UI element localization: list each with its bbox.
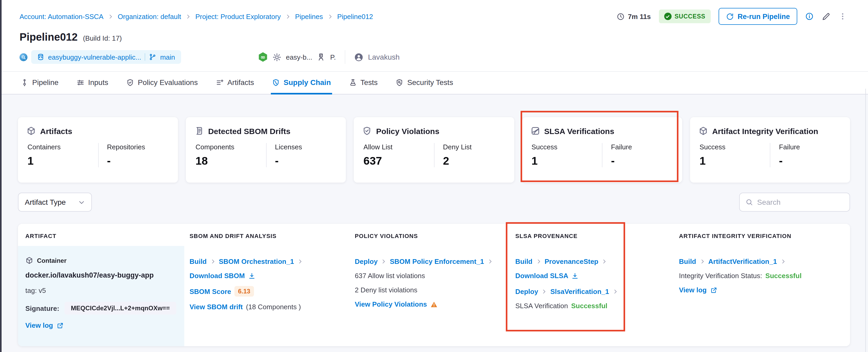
card-title: Detected SBOM Drifts [208, 126, 290, 135]
tab-policy-evaluations[interactable]: Policy Evaluations [125, 72, 199, 94]
sbom-document-icon [194, 126, 204, 136]
sbom-score-link[interactable]: SBOM Score [190, 287, 231, 295]
download-sbom-link[interactable]: Download SBOM [190, 272, 245, 280]
info-icon [805, 12, 814, 21]
card-title: Artifacts [40, 126, 72, 135]
repo-branch-pill[interactable]: easybuggy-vulnerable-applic... main [31, 50, 181, 64]
shield-search-icon [396, 78, 404, 86]
info-button[interactable] [805, 12, 814, 21]
filter-row: Artifact Type [18, 193, 850, 212]
delegate-icon [317, 53, 326, 61]
rerun-pipeline-button[interactable]: Re-run Pipeline [719, 8, 797, 25]
branch-name[interactable]: main [160, 53, 175, 61]
tab-security-tests[interactable]: Security Tests [395, 72, 454, 94]
column-header-sbom: SBOM AND DRIFT ANALYSIS [184, 224, 349, 246]
external-link-icon [56, 322, 64, 329]
stat-label: Repositories [107, 143, 169, 151]
breadcrumb-pipelines[interactable]: Pipelines [295, 12, 323, 20]
list-plus-icon [216, 78, 224, 86]
breadcrumb-organization[interactable]: Organization: default [118, 12, 181, 20]
tab-pipeline[interactable]: Pipeline [20, 72, 60, 94]
chevron-right-icon [327, 13, 333, 19]
signature-label: Signature: [25, 304, 59, 312]
column-header-artifact: ARTIFACT [18, 224, 184, 246]
deny-list-violations: 2 Deny list violations [355, 286, 505, 294]
step-link-sbom-orchestration[interactable]: SBOM Orchestration_1 [219, 258, 294, 265]
stage-link-build[interactable]: Build [515, 258, 532, 265]
step-link-provenance-step[interactable]: ProvenanceStep [545, 258, 598, 265]
build-id: (Build Id: 17) [83, 34, 122, 42]
stat-value: 637 [364, 155, 434, 167]
allow-list-violations: 637 Allow list violations [355, 272, 505, 280]
pencil-icon [822, 12, 831, 21]
step-link-sbom-policy-enforcement[interactable]: SBOM Policy Enforcement_1 [390, 258, 484, 265]
artifact-type-select[interactable]: Artifact Type [18, 193, 92, 212]
more-options-button[interactable] [838, 12, 847, 21]
artifacts-cube-icon [26, 126, 36, 136]
stat-label: Licenses [275, 143, 338, 151]
stat-value: 2 [443, 155, 505, 167]
slsa-icon [530, 126, 540, 136]
ci-module-icon: ∞ [258, 52, 268, 62]
tab-supply-chain[interactable]: Supply Chain [271, 72, 332, 94]
card-title: SLSA Verifications [544, 126, 614, 135]
artifact-type-chip: Container [25, 256, 176, 264]
execution-duration: 7m 11s [617, 12, 651, 20]
chevron-right-icon [210, 259, 216, 264]
chevron-right-icon [108, 13, 114, 19]
git-branch-icon [149, 53, 157, 61]
view-log-link[interactable]: View log [679, 286, 707, 294]
view-sbom-drift-link[interactable]: View SBOM drift [190, 303, 243, 311]
search-input[interactable] [757, 198, 844, 206]
tab-tests[interactable]: Tests [348, 72, 378, 94]
artifact-image-name: docker.io/lavakush07/easy-buggy-app [25, 271, 176, 279]
stat-value: - [611, 155, 674, 167]
card-sbom-drifts: Detected SBOM Drifts Components18 Licens… [186, 117, 346, 183]
column-header-integrity: ARTIFACT INTEGRITY VERIFICATION [674, 224, 850, 246]
breadcrumb-account[interactable]: Account: Automation-SSCA [20, 12, 103, 20]
card-title: Policy Violations [376, 126, 439, 135]
step-link-slsa-verification[interactable]: SlsaVerification_1 [551, 288, 609, 295]
refresh-icon [726, 12, 734, 20]
meta-divider [345, 50, 345, 64]
warning-icon [430, 300, 438, 308]
supply-chain-shield-icon [272, 78, 280, 86]
gear-icon [272, 53, 281, 62]
chevron-right-icon [612, 289, 618, 294]
stat-label: Failure [779, 143, 842, 151]
repository-icon [37, 53, 44, 61]
stage-link-deploy[interactable]: Deploy [515, 288, 538, 295]
slsa-status-label: SLSA Verification [515, 302, 568, 310]
stat-value: - [779, 155, 842, 167]
card-title: Artifact Integrity Verification [712, 126, 818, 135]
card-slsa-verifications: SLSA Verifications Success1 Failure- [522, 117, 682, 183]
tab-artifacts[interactable]: Artifacts [215, 72, 255, 94]
chevron-right-icon [699, 259, 705, 264]
breadcrumb-pipeline012[interactable]: Pipeline012 [337, 12, 373, 20]
download-slsa-link[interactable]: Download SLSA [515, 272, 568, 280]
stat-label: Success [700, 143, 770, 151]
view-policy-violations-link[interactable]: View Policy Violations [355, 300, 427, 308]
stat-value: - [107, 155, 169, 167]
stage-link-deploy[interactable]: Deploy [355, 258, 378, 265]
cell-artifact-integrity: Build ArtifactVerification_1 Integrity V… [674, 246, 850, 346]
stage-link-build[interactable]: Build [679, 258, 696, 265]
edit-pipeline-button[interactable] [822, 12, 831, 21]
tab-inputs[interactable]: Inputs [75, 72, 109, 94]
execution-context: easy-b... [286, 53, 312, 61]
stat-value: 1 [27, 155, 98, 167]
stat-label: Containers [27, 143, 98, 151]
stat-value: 1 [700, 155, 770, 167]
chevron-right-icon [297, 259, 303, 264]
view-log-link[interactable]: View log [25, 321, 53, 329]
sbom-score-badge: 6.13 [235, 286, 254, 296]
column-header-slsa: SLSA PROVENANCE [510, 224, 674, 246]
external-link-icon [710, 286, 717, 294]
table-row: Container docker.io/lavakush07/easy-bugg… [18, 246, 850, 346]
summary-cards: Artifacts Containers1 Repositories- Dete… [18, 117, 850, 183]
stat-label: Failure [611, 143, 674, 151]
breadcrumb-project[interactable]: Project: Product Exploratory [195, 12, 281, 20]
stage-link-build[interactable]: Build [190, 258, 207, 265]
step-link-artifact-verification[interactable]: ArtifactVerification_1 [708, 258, 777, 265]
repo-name[interactable]: easybuggy-vulnerable-applic... [48, 53, 141, 61]
